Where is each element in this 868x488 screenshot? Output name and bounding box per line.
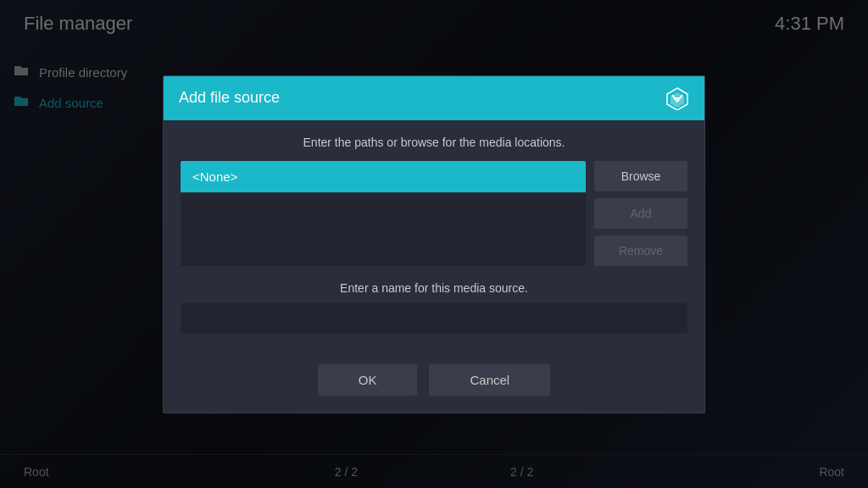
modal-body: Enter the paths or browse for the media … [164, 120, 704, 349]
source-empty-area [181, 194, 586, 266]
source-selected-item[interactable]: <None> [181, 161, 586, 192]
add-button[interactable]: Add [594, 198, 687, 229]
remove-button[interactable]: Remove [594, 236, 687, 266]
browse-button[interactable]: Browse [594, 161, 687, 191]
name-instruction: Enter a name for this media source. [181, 281, 687, 295]
kodi-logo-icon [665, 86, 689, 110]
source-list-panel: <None> [181, 161, 586, 266]
modal-header: Add file source [164, 76, 704, 120]
modal-title: Add file source [179, 89, 280, 107]
name-section: Enter a name for this media source. [181, 281, 687, 334]
modal-instruction: Enter the paths or browse for the media … [181, 136, 687, 149]
source-buttons: Browse Add Remove [594, 161, 687, 266]
name-input[interactable] [181, 303, 687, 334]
ok-button[interactable]: OK [318, 364, 418, 396]
source-area: <None> Browse Add Remove [181, 161, 687, 266]
modal-overlay: Add file source Enter the paths or brows… [0, 0, 868, 488]
modal-footer: OK Cancel [164, 349, 704, 413]
cancel-button[interactable]: Cancel [429, 364, 550, 396]
add-file-source-dialog: Add file source Enter the paths or brows… [163, 75, 705, 413]
